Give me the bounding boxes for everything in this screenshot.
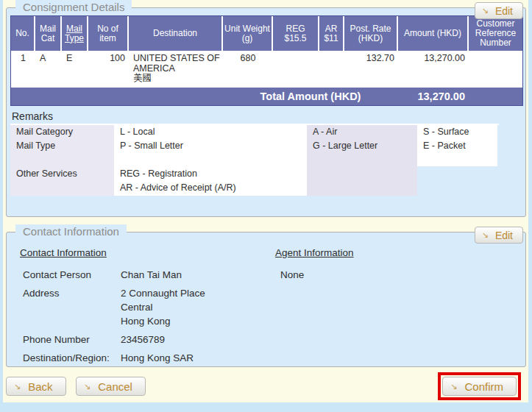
remarks-code-packet: E - Packet [417, 139, 497, 153]
col-header-ar: AR $11 [319, 16, 344, 51]
cancel-button-label: Cancel [98, 380, 132, 393]
contact-body: Contact Information Agent Information Co… [10, 232, 522, 369]
col-header-mail-cat: Mail Cat [35, 16, 62, 51]
mail-type-sort-link[interactable]: Mail Type [63, 24, 85, 43]
phone-number-label: Phone Number [20, 333, 121, 347]
edit-button-label: Edit [495, 5, 513, 17]
destination-region-value: Hong Kong SAR [121, 351, 194, 365]
table-header-row: No. Mail Cat Mail Type No of item Destin… [11, 16, 522, 51]
remarks-title: Remarks [10, 110, 499, 125]
page-content: Consignment Details ↘ Edit No. Mail Cat … [3, 0, 528, 402]
remarks-codes-column-2: A - Air G - Large Letter [307, 125, 417, 196]
action-bar: ↘ Back ↘ Cancel ↘ Confirm [6, 377, 526, 399]
cancel-button[interactable]: ↘ Cancel [76, 377, 146, 396]
confirm-button[interactable]: ↘ Confirm [442, 377, 517, 396]
remarks-labels-column: Mail Category Mail Type Other Services [10, 125, 114, 196]
remarks-legend: Mail Category Mail Type Other Services L… [10, 125, 497, 196]
contact-person-label: Contact Person [20, 268, 121, 282]
remarks-code-air: A - Air [307, 125, 417, 139]
address-line-2: Central [121, 300, 205, 314]
remarks-spacer [10, 181, 114, 195]
destination-region-label: Destination/Region: [20, 351, 121, 365]
edit-contact-button[interactable]: ↘ Edit [475, 227, 523, 244]
cell-no-of-item: 100 [88, 51, 129, 86]
col-header-no: No. [11, 16, 35, 51]
remarks-spacer [10, 153, 114, 167]
contact-information-section: Contact Information ↘ Edit Contact Infor… [6, 232, 526, 367]
phone-number-value: 23456789 [121, 333, 165, 347]
address-line-3: Hong Kong [121, 314, 205, 328]
remarks-spacer [114, 153, 307, 167]
remarks-code-large-letter: G - Large Letter [307, 139, 417, 153]
cell-ar [319, 51, 344, 86]
remarks-code-registration: REG - Registration [114, 167, 307, 181]
address-row: Address 2 Connaught Place Central Hong K… [20, 286, 275, 328]
remarks-mail-type-label: Mail Type [10, 139, 114, 153]
col-header-customer-ref: Customer Reference Number [469, 16, 522, 51]
destination-chinese: 美國 [133, 74, 223, 84]
col-header-no-of-item: No of item [88, 16, 129, 51]
consignment-details-section: Consignment Details ↘ Edit No. Mail Cat … [6, 7, 526, 217]
confirm-highlight-box: ↘ Confirm [438, 372, 521, 400]
remarks-code-surface: S - Surface [417, 125, 497, 139]
contact-information-legend: Contact Information [15, 224, 127, 238]
edit-button-label: Edit [495, 230, 513, 241]
back-button-label: Back [28, 380, 52, 393]
phone-number-row: Phone Number 23456789 [20, 333, 275, 347]
cell-mail-cat: A [35, 51, 62, 86]
col-header-destination: Destination [129, 16, 223, 51]
contact-details: Contact Person Chan Tai Man Address 2 Co… [20, 268, 275, 369]
cell-destination: UNITED STATES OF AMERICA 美國 [129, 51, 223, 86]
cell-unit-weight: 680 [223, 51, 273, 86]
address-line-1: 2 Connaught Place [121, 286, 205, 300]
back-button[interactable]: ↘ Back [6, 377, 66, 396]
destination-region-row: Destination/Region: Hong Kong SAR [20, 351, 275, 365]
consignment-table: No. Mail Cat Mail Type No of item Destin… [10, 15, 523, 106]
consignment-row: 1 A E 100 UNITED STATES OF AMERICA 美國 68… [11, 51, 522, 86]
cell-post-rate: 132.70 [344, 51, 398, 86]
col-header-reg: REG $15.5 [273, 16, 319, 51]
contact-information-heading: Contact Information [20, 247, 275, 258]
confirm-button-label: Confirm [464, 380, 503, 393]
cell-mail-type: E [62, 51, 88, 86]
contact-person-value: Chan Tai Man [121, 268, 182, 282]
agent-information-value: None [275, 268, 304, 282]
arrow-icon: ↘ [14, 383, 21, 391]
contact-columns: Contact Person Chan Tai Man Address 2 Co… [20, 268, 522, 369]
arrow-icon: ↘ [84, 383, 91, 391]
total-amount-label: Total Amount (HKD) [223, 90, 398, 102]
remarks-codes-column-3: S - Surface E - Packet [417, 125, 497, 166]
col-header-post-rate: Post. Rate (HKD) [344, 16, 398, 51]
remarks-codes-column-1: L - Local P - Small Letter REG - Registr… [114, 125, 307, 196]
col-header-amount: Amount (HKD) [398, 16, 469, 51]
total-amount-value: 13,270.00 [398, 90, 469, 102]
address-label: Address [20, 286, 121, 328]
agent-information-heading: Agent Information [275, 247, 354, 258]
consignment-details-legend: Consignment Details [15, 0, 132, 13]
cell-amount: 13,270.00 [398, 51, 469, 86]
cell-customer-ref [469, 51, 522, 86]
remarks-other-services-label: Other Services [10, 167, 114, 181]
remarks-code-small-letter: P - Small Letter [114, 139, 307, 153]
destination-english: UNITED STATES OF AMERICA [133, 54, 223, 74]
remarks-mail-category-label: Mail Category [10, 125, 114, 139]
address-value: 2 Connaught Place Central Hong Kong [121, 286, 205, 328]
arrow-icon: ↘ [482, 7, 489, 15]
remarks-code-advice-of-receipt: AR - Advice of Receipt (A/R) [114, 181, 307, 195]
arrow-icon: ↘ [482, 231, 489, 239]
cell-no: 1 [11, 51, 35, 86]
contact-headings: Contact Information Agent Information [20, 247, 522, 258]
col-header-unit-weight: Unit Weight (g) [223, 16, 273, 51]
contact-person-row: Contact Person Chan Tai Man [20, 268, 275, 282]
edit-consignment-button[interactable]: ↘ Edit [475, 2, 523, 19]
arrow-icon: ↘ [450, 383, 457, 391]
total-row: Total Amount (HKD) 13,270.00 [11, 86, 522, 105]
agent-details: None [275, 268, 304, 369]
remarks-code-local: L - Local [114, 125, 307, 139]
cell-reg [273, 51, 319, 86]
col-header-mail-type[interactable]: Mail Type [62, 16, 88, 51]
